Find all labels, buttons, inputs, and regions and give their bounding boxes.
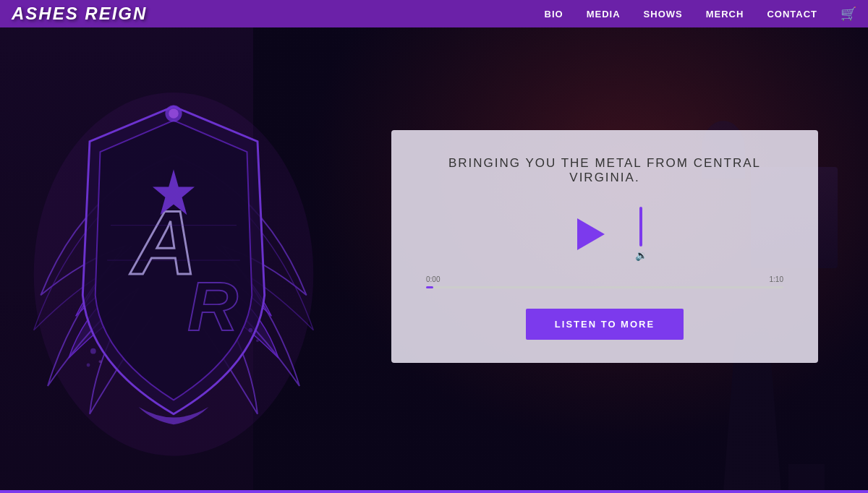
progress-bar-track[interactable] bbox=[426, 286, 783, 288]
time-total: 1:10 bbox=[770, 275, 783, 283]
svg-point-9 bbox=[87, 364, 90, 367]
svg-point-5 bbox=[169, 108, 179, 119]
music-player-card: BRINGING YOU THE METAL FROM CENTRAL VIRG… bbox=[391, 130, 818, 363]
cart-icon[interactable]: 🛒 bbox=[841, 6, 856, 22]
band-logo-svg: A R bbox=[22, 51, 326, 470]
nav-contact[interactable]: CONTACT bbox=[767, 9, 817, 20]
play-icon bbox=[577, 218, 605, 250]
progress-times: 0:00 1:10 bbox=[426, 275, 783, 283]
nav-shows[interactable]: SHOWS bbox=[644, 9, 683, 20]
svg-point-8 bbox=[90, 348, 96, 354]
play-button[interactable] bbox=[563, 209, 613, 260]
volume-bar bbox=[639, 207, 642, 246]
player-tagline: BRINGING YOU THE METAL FROM CENTRAL VIRG… bbox=[426, 156, 783, 185]
site-header: Ashes Reign BIO MEDIA SHOWS MERCH CONTAC… bbox=[0, 0, 868, 27]
band-artwork: A R bbox=[0, 27, 347, 493]
nav-merch[interactable]: MERCH bbox=[706, 9, 744, 20]
nav-media[interactable]: MEDIA bbox=[587, 9, 621, 20]
site-logo[interactable]: Ashes Reign bbox=[12, 4, 147, 24]
volume-control[interactable]: 🔉 bbox=[635, 207, 647, 261]
player-controls: 🔉 bbox=[426, 207, 783, 261]
progress-section: 0:00 1:10 bbox=[426, 275, 783, 288]
progress-bar-fill bbox=[426, 286, 433, 288]
svg-point-11 bbox=[248, 328, 252, 333]
bottom-accent bbox=[0, 490, 868, 493]
nav-bio[interactable]: BIO bbox=[545, 9, 563, 20]
svg-point-12 bbox=[256, 339, 259, 342]
volume-icon: 🔉 bbox=[635, 249, 647, 261]
svg-text:R: R bbox=[187, 267, 238, 345]
main-nav: BIO MEDIA SHOWS MERCH CONTACT 🛒 bbox=[545, 6, 856, 22]
time-current: 0:00 bbox=[426, 275, 440, 283]
logo-text: Ashes Reign bbox=[12, 4, 147, 23]
listen-more-button[interactable]: LISTEN TO MORE bbox=[526, 309, 684, 340]
svg-point-10 bbox=[99, 360, 102, 363]
